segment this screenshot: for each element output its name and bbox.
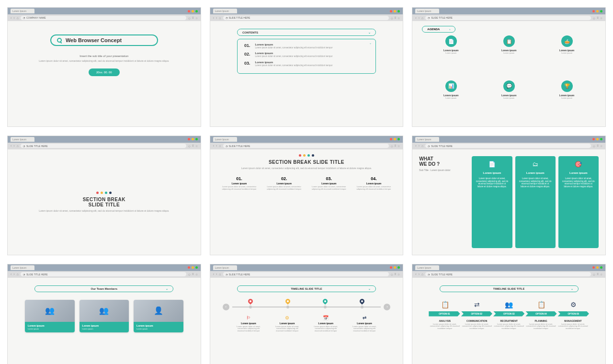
back-icon[interactable]: ‹	[11, 16, 11, 20]
home-icon[interactable]: ⌂	[219, 144, 221, 148]
minimize-icon[interactable]	[596, 138, 599, 140]
minimize-icon[interactable]	[596, 266, 599, 269]
maximize-icon[interactable]	[195, 266, 198, 269]
menu-icon[interactable]: ≡	[192, 273, 194, 276]
home-icon[interactable]: ⌂	[17, 273, 19, 276]
maximize-icon[interactable]	[600, 10, 602, 12]
tab[interactable]: Lorem Ipsum	[213, 137, 237, 142]
forward-icon[interactable]: ›	[216, 144, 217, 148]
url-field[interactable]: SLIDE TITLE HERE	[21, 144, 186, 148]
next-arrow[interactable]: ›	[384, 304, 390, 310]
star-icon[interactable]: ☆	[195, 16, 198, 20]
home-icon[interactable]: ⌂	[421, 144, 423, 148]
home-icon[interactable]: ⌂	[219, 16, 221, 20]
pin-icon[interactable]: ◇	[188, 144, 191, 148]
url-field[interactable]: SLIDE TITLE HERE	[223, 16, 389, 20]
minimize-icon[interactable]	[192, 266, 194, 269]
star-icon[interactable]: ☆	[600, 273, 602, 276]
star-icon[interactable]: ☆	[397, 273, 400, 276]
pin-icon[interactable]: ◇	[391, 16, 393, 20]
url-field[interactable]: SLIDE TITLE HERE	[21, 272, 186, 276]
url-field[interactable]: COMPANY NAME	[21, 16, 186, 20]
close-icon[interactable]	[592, 138, 595, 140]
close-icon[interactable]	[390, 266, 392, 269]
pin-icon[interactable]: ◇	[391, 144, 393, 148]
maximize-icon[interactable]	[195, 138, 198, 140]
home-icon[interactable]: ⌂	[421, 273, 423, 276]
forward-icon[interactable]: ›	[419, 16, 420, 20]
back-icon[interactable]: ‹	[415, 144, 416, 148]
minimize-icon[interactable]	[394, 266, 396, 269]
close-icon[interactable]	[188, 10, 190, 12]
menu-icon[interactable]: ≡	[597, 16, 599, 20]
pin-icon[interactable]: ◇	[593, 144, 595, 148]
forward-icon[interactable]: ›	[216, 16, 217, 20]
minimize-icon[interactable]	[192, 138, 194, 140]
url-field[interactable]: SLIDE TITLE HERE	[425, 144, 591, 148]
tab[interactable]: Lorem Ipsum	[213, 9, 237, 13]
back-icon[interactable]: ‹	[415, 273, 416, 276]
url-field[interactable]: SLIDE TITLE HERE	[223, 272, 389, 276]
pin-icon[interactable]: ◇	[188, 273, 191, 276]
maximize-icon[interactable]	[600, 266, 602, 269]
prev-arrow[interactable]: ‹	[223, 304, 229, 310]
minimize-icon[interactable]	[394, 138, 396, 140]
minimize-icon[interactable]	[192, 10, 194, 12]
forward-icon[interactable]: ›	[419, 144, 420, 148]
forward-icon[interactable]: ›	[216, 273, 217, 276]
star-icon[interactable]: ☆	[195, 144, 198, 148]
home-icon[interactable]: ⌂	[219, 273, 221, 276]
tab[interactable]: Lorem Ipsum	[415, 137, 439, 142]
home-icon[interactable]: ⌂	[17, 16, 19, 20]
menu-icon[interactable]: ≡	[597, 273, 599, 276]
maximize-icon[interactable]	[397, 10, 400, 12]
close-icon[interactable]	[390, 10, 392, 12]
pin-icon[interactable]: ◇	[391, 273, 393, 276]
back-icon[interactable]: ‹	[213, 16, 214, 20]
menu-icon[interactable]: ≡	[395, 144, 397, 148]
url-field[interactable]: SLIDE TITLE HERE	[425, 16, 591, 20]
back-icon[interactable]: ‹	[213, 273, 214, 276]
star-icon[interactable]: ☆	[397, 16, 400, 20]
star-icon[interactable]: ☆	[195, 273, 198, 276]
maximize-icon[interactable]	[397, 266, 400, 269]
home-icon[interactable]: ⌂	[17, 144, 19, 148]
maximize-icon[interactable]	[397, 138, 400, 140]
menu-icon[interactable]: ≡	[395, 16, 397, 20]
close-icon[interactable]	[592, 10, 595, 12]
maximize-icon[interactable]	[195, 10, 198, 12]
url-field[interactable]: SLIDE TITLE HERE	[223, 144, 389, 148]
maximize-icon[interactable]	[600, 138, 602, 140]
back-icon[interactable]: ‹	[415, 16, 416, 20]
forward-icon[interactable]: ›	[13, 273, 14, 276]
menu-icon[interactable]: ≡	[192, 144, 194, 148]
back-icon[interactable]: ‹	[213, 144, 214, 148]
close-icon[interactable]	[390, 138, 392, 140]
forward-icon[interactable]: ›	[13, 16, 14, 20]
tab[interactable]: Lorem Ipsum	[11, 265, 34, 270]
pin-icon[interactable]: ◇	[593, 273, 595, 276]
back-icon[interactable]: ‹	[11, 144, 11, 148]
tab[interactable]: Lorem Ipsum	[11, 137, 34, 142]
pin-icon[interactable]: ◇	[188, 16, 191, 20]
menu-icon[interactable]: ≡	[192, 16, 194, 20]
minimize-icon[interactable]	[394, 10, 396, 12]
menu-icon[interactable]: ≡	[597, 144, 599, 148]
star-icon[interactable]: ☆	[600, 16, 602, 20]
close-icon[interactable]	[188, 138, 190, 140]
minimize-icon[interactable]	[596, 10, 599, 12]
tab[interactable]: Lorem Ipsum	[11, 9, 34, 13]
back-icon[interactable]: ‹	[11, 273, 11, 276]
tab[interactable]: Lorem Ipsum	[213, 265, 237, 270]
star-icon[interactable]: ☆	[397, 144, 400, 148]
star-icon[interactable]: ☆	[600, 144, 602, 148]
tab[interactable]: Lorem Ipsum	[415, 265, 439, 270]
tab[interactable]: Lorem Ipsum	[415, 9, 439, 13]
close-icon[interactable]	[592, 266, 595, 269]
forward-icon[interactable]: ›	[13, 144, 14, 148]
url-field[interactable]: SLIDE TITLE HERE	[425, 272, 591, 276]
forward-icon[interactable]: ›	[419, 273, 420, 276]
menu-icon[interactable]: ≡	[395, 273, 397, 276]
pin-icon[interactable]: ◇	[593, 16, 595, 20]
home-icon[interactable]: ⌂	[421, 16, 423, 20]
